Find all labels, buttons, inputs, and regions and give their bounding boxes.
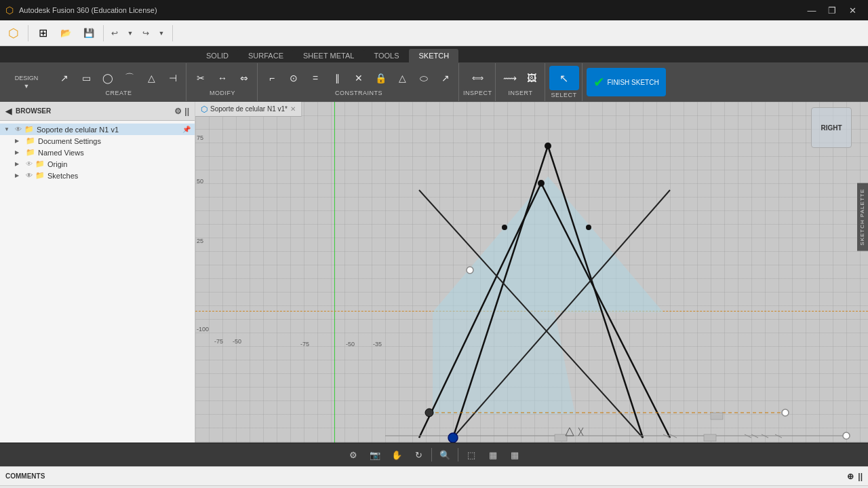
doc-folder-icon: 📁: [26, 136, 35, 145]
doc-arrow: ▶: [15, 138, 23, 144]
grid-button[interactable]: ▦: [484, 446, 502, 464]
tab-solid[interactable]: SOLID: [197, 49, 238, 62]
design-arrow: ▼: [24, 83, 30, 90]
browser-panel: ◀ BROWSER ⚙ || ▼ 👁 📁 Soporte de celular …: [0, 102, 195, 443]
app-title: Autodesk Fusion 360 (Education License): [19, 6, 157, 14]
views-arrow: ▶: [15, 149, 23, 155]
arrow-tool[interactable]: ↗: [435, 68, 456, 88]
file-tab[interactable]: ⬡ Soporte de celular N1 v1* ✕: [195, 102, 302, 117]
browser-origin-label: Origin: [47, 160, 191, 168]
finish-sketch-label: FINISH SKETCH: [608, 79, 659, 86]
browser-doc-settings[interactable]: ▶ 📁 Document Settings: [0, 135, 195, 147]
finish-sketch-button[interactable]: ✔ FINISH SKETCH: [587, 68, 666, 96]
measure-tool[interactable]: ⟺: [467, 68, 488, 88]
svg-point-18: [843, 432, 850, 439]
canvas-area[interactable]: 75 50 25 -100 -75 -50 -75 -50 -35: [195, 102, 868, 443]
menu-separator-3: [172, 25, 173, 41]
browser-origin[interactable]: ▶ 👁 📁 Origin: [0, 158, 195, 170]
select-label: SELECT: [551, 92, 577, 98]
line-tool[interactable]: ↗: [54, 68, 75, 88]
arc-tool[interactable]: ⌒: [119, 68, 140, 88]
svg-point-13: [586, 225, 591, 230]
app-logo-icon: ⬡: [5, 5, 14, 16]
open-button[interactable]: 📂: [55, 22, 77, 44]
browser-named-views[interactable]: ▶ 📁 Named Views: [0, 147, 195, 158]
browser-collapse-icon[interactable]: ||: [184, 107, 189, 116]
sketches-arrow: ▶: [15, 172, 23, 179]
zoom-button[interactable]: 🔍: [436, 446, 454, 464]
svg-point-14: [425, 409, 433, 417]
snap-toggle-button[interactable]: ⚙: [344, 446, 362, 464]
svg-point-17: [782, 409, 789, 416]
insert-point-tool[interactable]: ⟿: [500, 68, 520, 88]
undo-arrow[interactable]: ▼: [123, 26, 138, 41]
ellipse-tool[interactable]: ⬭: [414, 68, 434, 88]
perpendicular-tool[interactable]: ⌐: [262, 68, 282, 88]
orbit-button[interactable]: ↻: [410, 446, 427, 464]
history-controls: ↩ ▼ ↪ ▼: [107, 26, 169, 41]
sketches-visibility-icon[interactable]: 👁: [26, 172, 33, 179]
browser-settings-icon[interactable]: ⚙: [174, 107, 182, 116]
view-cube-label: RIGHT: [821, 124, 842, 132]
browser-root-item[interactable]: ▼ 👁 📁 Soporte de celular N1 v1 📌: [0, 124, 195, 135]
comments-add-icon[interactable]: ⊕: [847, 472, 854, 481]
view-settings-button[interactable]: ▦: [506, 446, 524, 464]
main-area: ◀ BROWSER ⚙ || ▼ 👁 📁 Soporte de celular …: [0, 102, 868, 443]
insert-image-tool[interactable]: 🖼: [521, 68, 542, 88]
minimize-button[interactable]: —: [802, 0, 822, 20]
line2-tool[interactable]: ⊣: [163, 68, 183, 88]
redo-arrow[interactable]: ▼: [154, 26, 169, 41]
parallel-tool[interactable]: ∥: [327, 68, 347, 88]
sketch-palette-tab[interactable]: SKETCH PALETTE: [857, 183, 868, 251]
app-menu-button[interactable]: ⬡: [3, 22, 24, 44]
rectangle-tool[interactable]: ▭: [76, 68, 96, 88]
browser-sketches[interactable]: ▶ 👁 📁 Sketches: [0, 170, 195, 181]
origin-folder-icon: 📁: [35, 159, 45, 168]
circle-tool[interactable]: ◯: [98, 68, 118, 88]
insert-section: ⟿ 🖼 INSERT: [497, 63, 545, 101]
triangle-tool[interactable]: △: [141, 68, 161, 88]
close-button[interactable]: ✕: [842, 0, 863, 20]
maximize-button[interactable]: ❐: [822, 0, 842, 20]
toolbar-tabs: SOLID SURFACE SHEET METAL TOOLS SKETCH: [0, 46, 868, 62]
mirror-tool[interactable]: ⇔: [234, 68, 254, 88]
view-cube[interactable]: RIGHT: [811, 107, 852, 148]
tab-surface[interactable]: SURFACE: [239, 49, 293, 62]
constraints-label: CONSTRAINTS: [335, 90, 382, 96]
lock-tool[interactable]: 🔒: [370, 68, 391, 88]
cross-tool[interactable]: ✕: [349, 68, 369, 88]
toolbar: DESIGN ▼ ↗ ▭ ◯ ⌒ △ ⊣ CREATE ✂ ↔ ⇔ MODIFY…: [0, 62, 868, 102]
file-tab-close[interactable]: ✕: [290, 105, 296, 113]
redo-button[interactable]: ↪: [138, 26, 153, 41]
sketch-palette-label: SKETCH PALETTE: [859, 189, 865, 246]
tab-sheet-metal[interactable]: SHEET METAL: [294, 49, 363, 62]
pan-button[interactable]: ✋: [388, 446, 406, 464]
save-button[interactable]: 💾: [78, 22, 100, 44]
modify-section: ✂ ↔ ⇔ MODIFY: [188, 63, 258, 101]
create-section: ↗ ▭ ◯ ⌒ △ ⊣ CREATE: [52, 63, 186, 101]
root-visibility-icon[interactable]: 👁: [15, 126, 22, 133]
origin-visibility-icon[interactable]: 👁: [26, 160, 33, 168]
root-pin-icon[interactable]: 📌: [182, 126, 191, 133]
trim-tool[interactable]: ✂: [191, 68, 211, 88]
svg-rect-19: [555, 434, 567, 441]
comments-collapse-icon[interactable]: ||: [858, 472, 863, 481]
display-mode-button[interactable]: ⬚: [462, 446, 480, 464]
tab-sketch[interactable]: SKETCH: [409, 49, 458, 62]
new-button[interactable]: ⊞: [32, 22, 54, 44]
offset-tool[interactable]: ↔: [212, 68, 233, 88]
equal-tool[interactable]: =: [305, 68, 326, 88]
browser-arrow-icon[interactable]: ◀: [5, 107, 12, 116]
camera-button[interactable]: 📷: [366, 446, 384, 464]
comments-actions: ⊕ ||: [847, 472, 863, 481]
bottom-toolbar: ⚙ 📷 ✋ ↻ 🔍 ⬚ ▦ ▦: [0, 443, 868, 466]
root-arrow: ▼: [4, 126, 12, 132]
design-button[interactable]: DESIGN ▼: [3, 68, 50, 96]
sym-tool[interactable]: △: [392, 68, 412, 88]
select-tool[interactable]: ↖: [549, 66, 579, 90]
tab-tools[interactable]: TOOLS: [364, 49, 408, 62]
sketch-dim-tool[interactable]: ⊙: [283, 68, 304, 88]
browser-doc-label: Document Settings: [38, 137, 191, 145]
transport-bar: ⏮ ⏪ ▶ ⏩ ⏭ 🎬 ⚙: [0, 485, 868, 488]
undo-button[interactable]: ↩: [107, 26, 122, 41]
